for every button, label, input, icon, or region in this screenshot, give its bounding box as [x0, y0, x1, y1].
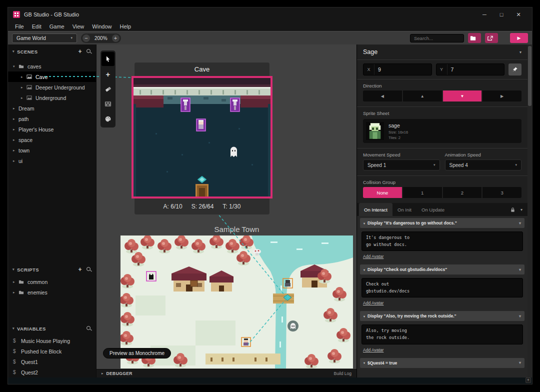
zoom-out-button[interactable]: −	[82, 34, 90, 42]
direction-up-button[interactable]: ▲	[403, 90, 442, 102]
view-mode-dropdown[interactable]: Game World ▾	[12, 34, 77, 43]
search-input[interactable]	[410, 34, 464, 42]
scripts-section-header[interactable]: ▾ SCRIPTS +	[8, 264, 96, 274]
inspector-header[interactable]: Sage ▾	[357, 44, 528, 60]
add-avatar-link[interactable]: Add Avatar	[363, 300, 384, 306]
dialogue-text-input[interactable]: Check out gbstudio.dev/docs	[362, 278, 523, 298]
tool-palette: +	[100, 50, 116, 128]
debugger-bar[interactable]: ▸ DEBUGGER Build Log	[96, 369, 356, 378]
add-tool-button[interactable]: +	[102, 67, 114, 81]
menu-file[interactable]: File	[11, 24, 28, 30]
export-button[interactable]	[485, 33, 498, 43]
menu-window[interactable]: Window	[88, 24, 116, 30]
collision-3-button[interactable]: 3	[482, 187, 522, 198]
sidebar-item-enemies[interactable]: ▸ enemies	[8, 287, 96, 298]
add-scene-button[interactable]: +	[78, 48, 82, 54]
dialogue-text-input[interactable]: It's dangerous to go without docs.	[362, 232, 523, 251]
variable-item-music-house-playing[interactable]: $ Music House Playing	[8, 336, 96, 346]
zoom-in-button[interactable]: +	[112, 34, 120, 42]
close-button[interactable]: ✕	[510, 8, 527, 22]
menu-view[interactable]: View	[68, 24, 88, 30]
maximize-button[interactable]: □	[493, 8, 510, 22]
animation-speed-select[interactable]: Speed 4 ▾	[445, 160, 522, 170]
event-header[interactable]: ▾ $Quest4 = true ▾	[360, 358, 524, 368]
add-avatar-link[interactable]: Add Avatar	[363, 254, 384, 259]
sidebar-item-ui[interactable]: ▸ ui	[8, 156, 96, 166]
direction-right-button[interactable]: ▶	[482, 90, 522, 102]
sidebar-item-space[interactable]: ▸ space	[8, 134, 96, 145]
run-game-button[interactable]: ▶	[510, 33, 528, 43]
world-canvas[interactable]: + Cave	[96, 44, 356, 378]
menu-bar: File Edit Game View Window Help	[8, 22, 532, 31]
scene-sample-town[interactable]: Sample Town	[120, 222, 353, 368]
event-header[interactable]: ▾ Display "Also, try moving the rock out…	[360, 311, 524, 321]
dialogue-text-input[interactable]: Also, try moving the rock outside.	[362, 324, 523, 344]
scene-connection-line	[45, 76, 96, 77]
collisions-tool-button[interactable]	[102, 97, 114, 111]
scenes-section-header[interactable]: ▾ SCENES +	[8, 46, 96, 56]
sprite-sheet-picker[interactable]: sage Size: 16x16 Tiles: 2	[363, 119, 522, 143]
direction-label: Direction	[363, 83, 522, 88]
chevron-down-icon: ▾	[364, 222, 365, 225]
minimize-button[interactable]: ─	[476, 8, 493, 22]
inspector-scrollbar[interactable]	[528, 44, 532, 378]
search-icon[interactable]	[86, 267, 92, 272]
sidebar-item-caves[interactable]: ▾ caves	[8, 61, 96, 72]
variable-item-quest1[interactable]: $ Quest1	[8, 356, 96, 367]
eraser-tool-button[interactable]	[102, 82, 114, 96]
variable-item-quest2[interactable]: $ Quest2	[8, 367, 96, 378]
scene-cave[interactable]: Cave	[132, 62, 272, 214]
sidebar-item-dream[interactable]: ▸ Dream	[8, 103, 96, 114]
event-header[interactable]: ▾ Display "Check out gbstudio.dev/docs" …	[360, 264, 524, 274]
search-icon[interactable]	[86, 326, 92, 331]
add-avatar-link[interactable]: Add Avatar	[363, 348, 384, 352]
lock-icon[interactable]	[510, 207, 516, 212]
variable-item-pushed-ice-block[interactable]: $ Pushed Ice Block	[8, 346, 96, 356]
direction-left-button[interactable]: ◀	[363, 90, 402, 102]
search-icon[interactable]	[86, 49, 92, 54]
direction-down-button[interactable]: ▼	[443, 90, 482, 102]
sidebar-item-common[interactable]: ▸ common	[8, 276, 96, 287]
event-header[interactable]: ▾ Display "It's dangerous to go without …	[360, 218, 524, 228]
event-body: Also, try moving the rock outside. + Add…	[360, 321, 524, 356]
preview-monochrome-button[interactable]: Preview as Monochrome	[103, 348, 171, 358]
pin-actor-button[interactable]	[508, 64, 522, 76]
title-bar: GB Studio - GB Studio ─ □ ✕	[8, 8, 532, 22]
menu-edit[interactable]: Edit	[28, 24, 46, 30]
collision-2-button[interactable]: 2	[443, 187, 482, 198]
collision-1-button[interactable]: 1	[403, 187, 442, 198]
menu-help[interactable]: Help	[116, 24, 135, 30]
menu-game[interactable]: Game	[46, 24, 68, 30]
scenes-section-title: SCENES	[17, 49, 38, 54]
tab-on-update[interactable]: On Update	[416, 203, 450, 216]
sidebar-item-underground[interactable]: ▸ Underground	[8, 92, 96, 103]
add-script-button[interactable]: +	[78, 266, 82, 272]
eraser-icon	[104, 86, 112, 92]
open-project-folder-button[interactable]	[468, 33, 481, 43]
tab-on-init[interactable]: On Init	[392, 203, 416, 216]
pointer-icon	[104, 56, 112, 62]
status-bar	[8, 378, 532, 384]
collision-none-button[interactable]: None	[363, 187, 402, 198]
chevron-right-icon: ▸	[13, 138, 18, 142]
scrollbar-thumb[interactable]	[528, 46, 532, 106]
sidebar-item-players-house[interactable]: ▸ Player's House	[8, 124, 96, 134]
sidebar-item-town[interactable]: ▸ town	[8, 145, 96, 156]
colorize-tool-button[interactable]	[102, 112, 114, 126]
build-log-link[interactable]: Build Log	[334, 371, 352, 376]
variables-section-header[interactable]: ▾ VARIABLES	[8, 324, 96, 334]
y-position-input[interactable]: Y 7	[436, 64, 505, 76]
chevron-down-icon[interactable]: ▾	[520, 208, 522, 212]
tab-on-interact[interactable]: On Interact	[359, 203, 392, 216]
chevron-down-icon: ▾	[519, 314, 521, 318]
chevron-right-icon: ▸	[13, 106, 18, 110]
x-position-input[interactable]: X 9	[363, 64, 432, 76]
event-list: ▾ Display "It's dangerous to go without …	[357, 216, 528, 378]
select-tool-button[interactable]	[102, 52, 114, 66]
scene-cave-header[interactable]: Cave	[134, 62, 270, 76]
scene-cave-map[interactable]	[132, 76, 272, 198]
cave-map-art	[134, 78, 270, 196]
sidebar-item-deeper-underground[interactable]: ▸ Deeper Underground	[8, 82, 96, 92]
sidebar-item-path[interactable]: ▸ path	[8, 114, 96, 124]
movement-speed-select[interactable]: Speed 1 ▾	[363, 160, 440, 170]
